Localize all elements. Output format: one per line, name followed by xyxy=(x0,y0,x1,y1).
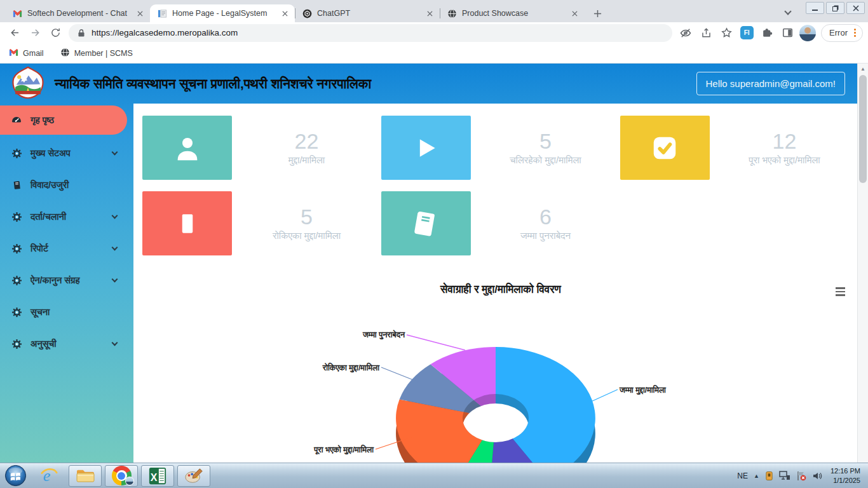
extensions-button[interactable] xyxy=(757,24,776,43)
network-tray-icon[interactable] xyxy=(779,471,790,480)
clock-date: 1/1/2025 xyxy=(831,476,860,485)
scrollbar-thumb[interactable] xyxy=(859,75,867,183)
user-greeting-button[interactable]: Hello superadmin@gmail.com! xyxy=(696,72,845,95)
browser-tab-3[interactable]: ChatGPT xyxy=(295,4,440,22)
minimize-icon xyxy=(812,10,818,11)
profile-button[interactable] xyxy=(798,24,817,43)
close-button[interactable] xyxy=(846,2,865,14)
tab-close-icon[interactable] xyxy=(280,8,290,18)
tab-title: Product Showcase xyxy=(462,9,564,18)
tab-list-chevron-icon[interactable] xyxy=(784,8,791,15)
sidebar-nav: गृह पृष्ठमुख्य सेटअपविवाद/उजुरीदर्ता/चला… xyxy=(0,104,133,463)
chevron-down-icon xyxy=(112,340,118,346)
stat-cards: 22मुद्दा/मामिला5चलिरहेको मुद्दा/मामिला12… xyxy=(133,104,868,267)
stat-label: जम्मा पुनराबेदन xyxy=(520,230,571,241)
tab-close-icon[interactable] xyxy=(569,8,580,18)
sidebar-item-3[interactable]: विवाद/उजुरी xyxy=(0,169,133,201)
action-center-tray-icon[interactable] xyxy=(796,471,806,481)
gear-icon xyxy=(11,339,22,349)
stop-icon xyxy=(142,191,232,255)
stat-value: 5 xyxy=(539,130,552,153)
slice-label: रोकिएका मुद्दा/मामिला xyxy=(322,362,380,373)
taskbar-clock[interactable]: 12:16 PM 1/1/2025 xyxy=(828,466,860,485)
sidebar-item-label: विवाद/उजुरी xyxy=(31,180,69,191)
taskbar-chrome-button[interactable] xyxy=(105,465,138,487)
chevron-down-icon xyxy=(112,276,118,283)
extension-fi-button[interactable]: FI xyxy=(737,24,756,43)
ups-tray-icon[interactable] xyxy=(765,471,773,481)
donut-chart: जम्मा मुद्दा/मामिलापूरा भएको मुद्दा/मामि… xyxy=(133,305,868,463)
windows-taskbar: e X NE ▲ 12:16 PM 1/1/2025 xyxy=(0,463,868,488)
share-button[interactable] xyxy=(696,24,715,43)
minimize-button[interactable] xyxy=(806,2,824,14)
file-explorer-icon xyxy=(76,467,95,484)
gear-icon xyxy=(11,149,22,158)
gear-icon xyxy=(11,212,22,222)
svg-text:X: X xyxy=(151,471,158,482)
browser-tab-1[interactable]: Softech Development - Chat xyxy=(5,4,150,22)
scroll-up-icon[interactable]: ▲ xyxy=(858,64,868,74)
sidebar-item-4[interactable]: दर्ता/चलानी xyxy=(0,201,133,233)
check-icon xyxy=(620,116,710,180)
show-hidden-icons-button[interactable]: ▲ xyxy=(754,473,759,479)
address-bar[interactable]: https://legalcasedemo.meropalika.com xyxy=(69,24,672,42)
slice-label: पूरा भएको मुद्दा/मामिला xyxy=(313,444,374,455)
person-icon xyxy=(142,116,232,180)
sidebar-item-label: अनुसूची xyxy=(31,339,57,349)
gear-icon xyxy=(11,244,22,254)
stat-label: चलिरहेको मुद्दा/मामिला xyxy=(510,154,581,166)
bookmarks-bar: GmailMember | SCMS xyxy=(0,43,868,64)
preview-hidden-button[interactable] xyxy=(676,24,695,43)
forward-button[interactable] xyxy=(25,24,44,43)
language-indicator[interactable]: NE xyxy=(737,471,748,480)
stat-value: 5 xyxy=(301,205,313,229)
sidebar-item-8[interactable]: अनुसूची xyxy=(0,328,133,360)
stat-card-3: 12पूरा भएको मुद्दा/मामिला xyxy=(620,116,859,180)
sidebar-item-1[interactable]: गृह पृष्ठ xyxy=(0,105,127,135)
donut-chart-svg[interactable]: जम्मा मुद्दा/मामिलापूरा भएको मुद्दा/मामि… xyxy=(133,305,857,463)
error-label: Error xyxy=(829,28,848,37)
chart-context-menu-icon[interactable] xyxy=(833,285,848,299)
stat-info: 5चलिरहेको मुद्दा/मामिला xyxy=(471,116,620,180)
clock-time: 12:16 PM xyxy=(831,466,860,476)
stat-label: मुद्दा/मामिला xyxy=(288,154,325,166)
tab-close-icon[interactable] xyxy=(135,8,145,18)
internet-explorer-icon: e xyxy=(39,466,59,485)
side-panel-button[interactable] xyxy=(778,24,797,43)
start-button[interactable] xyxy=(3,464,28,487)
back-button[interactable] xyxy=(5,24,24,43)
excel-icon: X xyxy=(148,466,167,485)
taskbar-excel-button[interactable]: X xyxy=(141,465,174,487)
bookmark-1[interactable]: Gmail xyxy=(9,48,44,58)
browser-toolbar: https://legalcasedemo.meropalika.com FI … xyxy=(0,22,868,43)
reload-button[interactable] xyxy=(46,24,65,43)
globe-icon xyxy=(60,48,70,59)
browser-tab-2[interactable]: Home Page - LegalSystem xyxy=(150,4,295,22)
bookmark-2[interactable]: Member | SCMS xyxy=(60,48,133,59)
gear-icon xyxy=(11,276,22,285)
taskbar-ie-button[interactable]: e xyxy=(32,465,65,487)
restore-button[interactable] xyxy=(826,2,844,14)
new-tab-button[interactable] xyxy=(588,4,606,22)
gear-icon xyxy=(11,308,22,317)
book-icon xyxy=(381,191,471,255)
page-body: गृह पृष्ठमुख्य सेटअपविवाद/उजुरीदर्ता/चला… xyxy=(0,104,868,463)
sidebar-item-7[interactable]: सूचना xyxy=(0,296,133,328)
bookmark-star-button[interactable] xyxy=(717,24,736,43)
sidebar-item-6[interactable]: ऐन/कानुन संग्रह xyxy=(0,264,133,296)
error-menu-button[interactable]: Error xyxy=(821,24,863,42)
globe-icon xyxy=(447,8,457,18)
puzzle-icon xyxy=(761,27,773,39)
taskbar-explorer-button[interactable] xyxy=(69,465,102,487)
taskbar-paint-button[interactable] xyxy=(177,465,210,487)
slice-label: जम्मा मुद्दा/मामिला xyxy=(619,384,667,395)
browser-tab-4[interactable]: Product Showcase xyxy=(440,4,585,22)
volume-tray-icon[interactable] xyxy=(812,471,822,481)
sidebar-item-2[interactable]: मुख्य सेटअप xyxy=(0,137,133,169)
stat-value: 12 xyxy=(773,130,797,153)
sidebar-item-label: रिपोर्ट xyxy=(31,243,48,254)
page-scrollbar[interactable]: ▲ xyxy=(857,64,868,463)
sidebar-item-5[interactable]: रिपोर्ट xyxy=(0,233,133,264)
dashboard-icon xyxy=(11,115,22,125)
tab-close-icon[interactable] xyxy=(424,8,435,18)
